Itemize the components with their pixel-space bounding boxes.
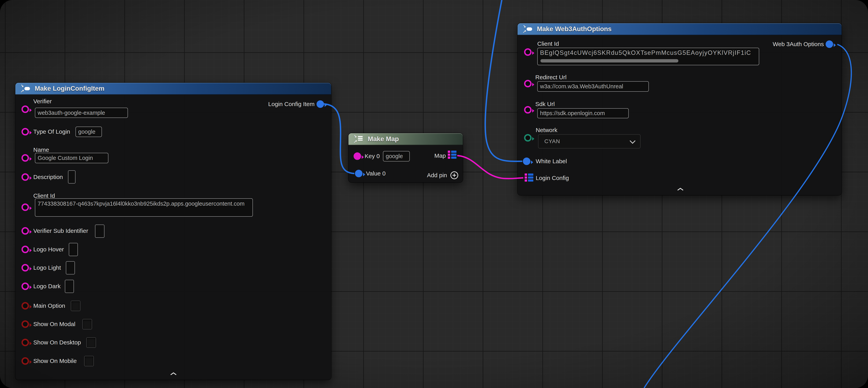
collapse-chevron-icon[interactable] [170, 372, 177, 376]
node-make-web3authoptions[interactable]: ↘↗ Make Web3AuthOptions Web 3Auth Option… [518, 23, 842, 195]
pin-label-white-label: White Label [536, 158, 567, 165]
show-on-modal-checkbox[interactable] [82, 319, 92, 329]
pin-client-id[interactable] [524, 48, 532, 56]
blueprint-graph-canvas[interactable]: ↘↗ Make LoginConfigItem Login Config Ite… [0, 0, 868, 388]
add-pin-label: Add pin [427, 172, 447, 179]
pin-label-client-id: Client Id [537, 40, 559, 47]
pin-value-0[interactable] [355, 170, 363, 177]
node-header[interactable]: ↘↗ Make LoginConfigItem [16, 83, 331, 95]
pin-client-id[interactable] [22, 204, 29, 211]
pin-network[interactable] [524, 134, 532, 142]
chevron-down-icon [630, 138, 636, 144]
pin-label-type-of-login: Type Of Login [33, 128, 70, 135]
node-make-loginconfigitem[interactable]: ↘↗ Make LoginConfigItem Login Config Ite… [16, 83, 331, 380]
pin-label-sdk-url: Sdk Url [535, 100, 555, 108]
output-pin-label: Login Config Item [268, 100, 315, 108]
pin-logo-dark[interactable] [22, 282, 29, 290]
make-struct-icon: ↘↗ [522, 25, 533, 33]
verifier-sub-identifier-input[interactable] [95, 225, 104, 238]
pin-label-logo-hover: Logo Hover [33, 246, 64, 253]
sdk-url-input[interactable]: https://sdk.openlogin.com [537, 108, 629, 118]
pin-verifier-sub-identifier[interactable] [22, 227, 29, 235]
pin-label-show-on-mobile: Show On Mobile [33, 357, 77, 364]
pin-login-config-map-icon[interactable] [525, 174, 533, 182]
pin-label-name: Name [33, 146, 49, 153]
make-struct-icon: ↘↗ [20, 84, 31, 93]
output-pin-web3auth-options[interactable] [826, 40, 833, 48]
pin-key-0[interactable] [353, 152, 361, 160]
pin-label-key-0: Key 0 [365, 153, 380, 160]
node-title: Make Web3AuthOptions [537, 25, 612, 33]
logo-hover-input[interactable] [69, 243, 78, 256]
name-input[interactable]: Google Custom Login [35, 153, 108, 163]
show-on-desktop-checkbox[interactable] [86, 337, 96, 348]
make-map-icon: ↘↗ [353, 135, 364, 144]
logo-dark-input[interactable] [65, 280, 74, 293]
pin-label-main-option: Main Option [33, 302, 65, 309]
pin-label-network: Network [536, 126, 557, 134]
wire-map-to-loginconfig[interactable] [457, 155, 523, 179]
pin-label-login-config: Login Config [536, 175, 569, 182]
redirect-url-input[interactable]: w3a://com.w3a.Web3AuthUnreal [537, 81, 649, 92]
output-pin-map-icon[interactable] [448, 151, 457, 159]
pin-label-logo-light: Logo Light [33, 264, 61, 271]
pin-label-show-on-modal: Show On Modal [33, 321, 75, 328]
output-pin-label: Web 3Auth Options [773, 40, 824, 48]
blueprint-editor: ↘↗ Make LoginConfigItem Login Config Ite… [0, 0, 868, 388]
pin-label-description: Description [33, 174, 63, 181]
network-selected-value: CYAN [545, 138, 560, 145]
pin-description[interactable] [22, 173, 29, 181]
pin-label-verifier: Verifier [33, 98, 52, 105]
network-dropdown[interactable]: CYAN [538, 134, 641, 148]
output-pin-label: Map [434, 152, 446, 159]
client-id-input[interactable]: BEglQSgt4cUWcj6SKRdu5QkOXTsePmMcusG5EAoy… [537, 48, 759, 65]
pin-label-logo-dark: Logo Dark [33, 283, 61, 290]
pin-white-label[interactable] [523, 157, 530, 165]
node-title: Make Map [368, 135, 399, 143]
client-id-input[interactable]: 774338308167-q463s7kpvja16l4l0kko3nb925i… [35, 198, 253, 217]
pin-show-on-modal[interactable] [22, 320, 29, 328]
node-header[interactable]: ↘↗ Make Map [348, 133, 463, 145]
description-input[interactable] [68, 170, 75, 184]
node-title: Make LoginConfigItem [35, 85, 104, 92]
node-make-map[interactable]: ↘↗ Make Map Key 0 google Map Value 0 Add… [348, 133, 463, 182]
pin-logo-light[interactable] [22, 264, 29, 271]
pin-label-show-on-desktop: Show On Desktop [33, 339, 81, 346]
pin-redirect-url[interactable] [524, 80, 532, 87]
collapse-chevron-icon[interactable] [677, 187, 684, 191]
pin-show-on-desktop[interactable] [22, 339, 29, 346]
output-pin-login-config-item[interactable] [316, 100, 324, 108]
pin-verifier[interactable] [22, 106, 29, 113]
type-of-login-input[interactable]: google [75, 126, 102, 137]
pin-show-on-mobile[interactable] [22, 357, 29, 365]
key-0-input[interactable]: google [383, 151, 410, 161]
pin-main-option[interactable] [22, 302, 29, 309]
pin-type-of-login[interactable] [22, 128, 29, 136]
pin-label-redirect-url: Redirect Url [535, 74, 566, 81]
add-pin-icon[interactable] [450, 171, 459, 180]
pin-label-value-0: Value 0 [366, 170, 386, 177]
pin-name[interactable] [22, 154, 29, 162]
node-header[interactable]: ↘↗ Make Web3AuthOptions [518, 23, 842, 35]
verifier-input[interactable]: web3auth-google-example [35, 108, 128, 118]
pin-label-verifier-sub-identifier: Verifier Sub Identifier [33, 227, 88, 234]
pin-logo-hover[interactable] [22, 246, 29, 253]
pin-sdk-url[interactable] [524, 106, 532, 114]
show-on-mobile-checkbox[interactable] [84, 356, 94, 366]
client-id-scrollbar[interactable] [540, 59, 678, 62]
logo-light-input[interactable] [66, 261, 75, 274]
wire-top-to-whitelabel[interactable] [485, 0, 522, 161]
main-option-checkbox[interactable] [71, 301, 81, 311]
